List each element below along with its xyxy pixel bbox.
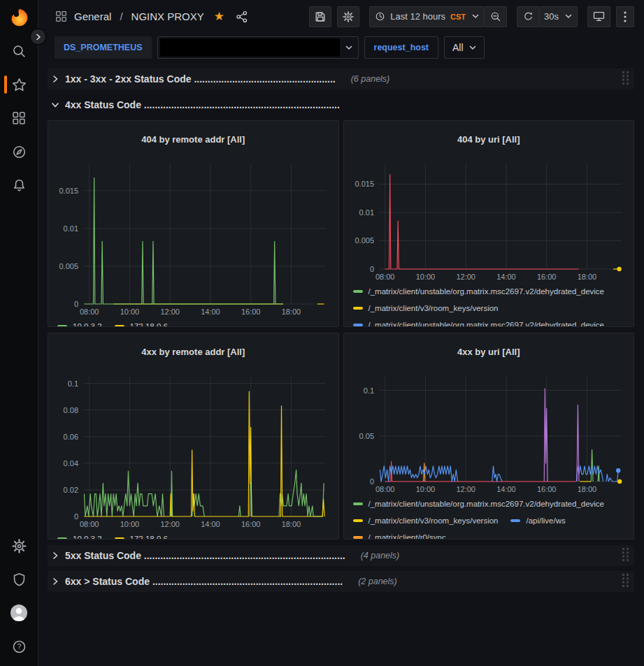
x-axis-tick-label: 16:00 (241, 307, 261, 316)
save-dashboard-button[interactable] (309, 6, 331, 27)
sidebar-item-server-admin[interactable] (0, 563, 38, 596)
variables-bar: DS_PROMETHEUS request_host All (38, 33, 644, 64)
panel-title[interactable]: 4xx by uri [All] (350, 341, 629, 362)
chevron-right-icon (51, 75, 59, 83)
sidebar-expand-button[interactable] (29, 28, 47, 45)
row-1xx-3xx-2xx-status-code[interactable]: 1xx - 3xx - 2xx Status Code ............… (48, 68, 634, 89)
legend-label: /_matrix/client/r0/sync (368, 533, 446, 540)
legend-label: /_matrix/client/v3/room_keys/version (368, 516, 499, 525)
sidebar-item-alerting[interactable] (0, 168, 38, 202)
drag-handle-icon (622, 71, 629, 85)
search-icon (12, 44, 27, 59)
redacted-value (160, 38, 340, 57)
sidebar-item-profile[interactable] (0, 596, 38, 630)
row-5xx-status-code[interactable]: 5xx Status Code ........................… (48, 545, 634, 566)
row-6xx-status-code[interactable]: 6xx > Status Code ......................… (48, 571, 634, 592)
row-drag-handle[interactable] (622, 71, 629, 87)
x-axis-tick-label: 18:00 (577, 485, 596, 493)
favorite-star-icon[interactable]: ★ (214, 10, 224, 22)
y-axis-tick-label: 0 (74, 512, 78, 521)
time-range-label: Last 12 hours (390, 11, 445, 22)
timeseries-chart[interactable]: 08:0010:0012:0014:0016:0018:0000.020.040… (54, 370, 333, 530)
timeseries-chart[interactable]: 08:0010:0012:0014:0016:0018:0000.050.1 (350, 370, 629, 495)
kebab-icon (624, 11, 627, 22)
y-axis-tick-label: 0.04 (64, 458, 78, 467)
legend-item[interactable]: /_matrix/client/unstable/org.matrix.msc2… (353, 317, 605, 327)
panel-legend: /_matrix/client/unstable/org.matrix.msc2… (350, 283, 629, 327)
chevron-down-icon (469, 45, 476, 50)
dashboard-grid-icon (55, 10, 67, 22)
legend-item[interactable]: /_matrix/client/v3/room_keys/version (353, 512, 499, 529)
dashboard-settings-button[interactable] (337, 6, 359, 27)
more-options-kebab-button[interactable] (616, 6, 634, 27)
legend-label: /_matrix/client/unstable/org.matrix.msc2… (368, 321, 605, 327)
y-axis-tick-label: 0 (369, 265, 373, 273)
legend-item[interactable]: /_matrix/client/v3/room_keys/version (353, 300, 499, 317)
panel-title[interactable]: 404 by remote addr [All] (54, 129, 333, 150)
panel-404-by-uri: 404 by uri [All] 08:0010:0012:0014:0016:… (343, 120, 635, 327)
legend-item[interactable]: /_matrix/client/unstable/org.matrix.msc2… (353, 283, 605, 300)
legend-item[interactable]: /_matrix/client/unstable/org.matrix.msc2… (353, 495, 605, 512)
series-matrix-client-v3-room-keys-version-point (617, 479, 621, 483)
sidebar-bottom: ? (0, 529, 38, 666)
time-range-picker[interactable]: Last 12 hours CST (369, 6, 485, 27)
legend-item[interactable]: /_matrix/client/r0/sync (353, 529, 446, 540)
x-axis-tick-label: 12:00 (160, 520, 180, 528)
timeseries-chart[interactable]: 08:0010:0012:0014:0016:0018:0000.0050.01… (350, 157, 629, 283)
sidebar-item-starred[interactable] (0, 68, 38, 101)
row-4xx-status-code[interactable]: 4xx Status Code ........................… (48, 94, 634, 115)
datasource-variable-label[interactable]: DS_PROMETHEUS (55, 36, 152, 59)
zoom-out-time-button[interactable] (485, 6, 507, 27)
star-icon (12, 78, 27, 92)
sidebar-item-explore[interactable] (0, 135, 38, 168)
datasource-variable-select[interactable] (157, 36, 359, 59)
series-api-live-ws (606, 470, 617, 482)
panel-legend: /_matrix/client/unstable/org.matrix.msc2… (350, 495, 629, 540)
grafana-logo-icon[interactable] (8, 8, 29, 29)
panel-legend: 10.0.3.2172.18.0.6 (54, 530, 333, 540)
legend-item[interactable]: 172.18.0.6 (115, 530, 168, 540)
row-title-leader: ........................................… (194, 73, 335, 85)
refresh-button[interactable] (517, 6, 539, 27)
series-api-live-ws-point (615, 468, 620, 472)
panel-4xx-by-remote-addr: 4xx by remote addr [All] 08:0010:0012:00… (48, 333, 339, 540)
legend-item[interactable]: 172.18.0.6 (115, 318, 168, 327)
x-axis-tick-label: 10:00 (120, 307, 140, 316)
sidebar-item-configuration[interactable] (0, 529, 38, 563)
legend-label: 10.0.3.2 (73, 535, 102, 540)
row-drag-handle[interactable] (622, 574, 629, 590)
save-icon (315, 11, 326, 22)
series-matrix-client-unstable-org-matrix-msc2697-v2-dehydrated-device (591, 449, 593, 482)
y-axis-tick-label: 0.05 (359, 431, 373, 440)
legend-label: 172.18.0.6 (130, 535, 168, 540)
chevron-right-icon (51, 577, 59, 586)
x-axis-tick-label: 08:00 (80, 307, 99, 316)
breadcrumb-section[interactable]: General (74, 10, 111, 22)
legend-item[interactable]: 10.0.3.2 (57, 530, 102, 540)
x-axis-tick-label: 12:00 (456, 485, 475, 493)
request-host-variable-label[interactable]: request_host (364, 36, 439, 59)
row-drag-handle[interactable] (622, 548, 629, 564)
panel-title[interactable]: 4xx by remote addr [All] (54, 341, 333, 362)
panel-title[interactable]: 404 by uri [All] (350, 129, 629, 150)
x-axis-tick-label: 14:00 (496, 485, 516, 493)
top-navbar: General / NGINX PROXY ★ (38, 0, 644, 33)
panel-legend: 10.0.3.2172.18.0.6 (54, 318, 333, 327)
legend-color-swatch (353, 502, 363, 505)
svg-text:?: ? (17, 642, 21, 651)
timeseries-chart[interactable]: 08:0010:0012:0014:0016:0018:0000.0050.01… (54, 157, 333, 318)
sidebar-item-help[interactable]: ? (0, 630, 38, 663)
legend-color-swatch (510, 519, 520, 522)
cycle-view-mode-button[interactable] (587, 6, 610, 27)
chevron-right-icon (51, 551, 59, 560)
x-axis-tick-label: 14:00 (496, 273, 516, 281)
refresh-interval-dropdown[interactable]: 30s (539, 6, 578, 27)
x-axis-tick-label: 16:00 (536, 273, 556, 281)
legend-item[interactable]: 10.0.3.2 (57, 318, 102, 327)
request-host-variable-select[interactable]: All (444, 36, 485, 59)
grafana-logo-icon (8, 8, 29, 29)
legend-item[interactable]: /api/live/ws (510, 512, 565, 529)
share-icon[interactable] (236, 10, 248, 23)
sidebar-item-dashboards[interactable] (0, 101, 38, 135)
sidebar: ? (0, 0, 38, 666)
